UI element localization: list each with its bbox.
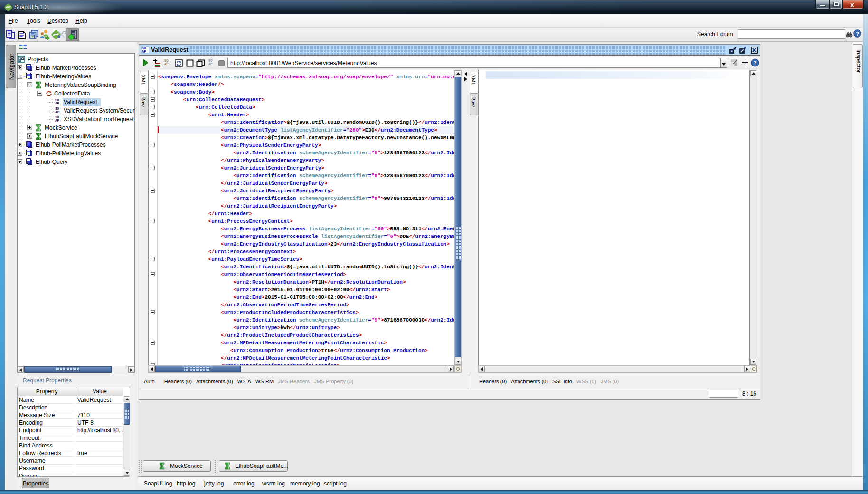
- svg-text:?: ?: [754, 60, 757, 66]
- svg-text:?: ?: [856, 31, 859, 37]
